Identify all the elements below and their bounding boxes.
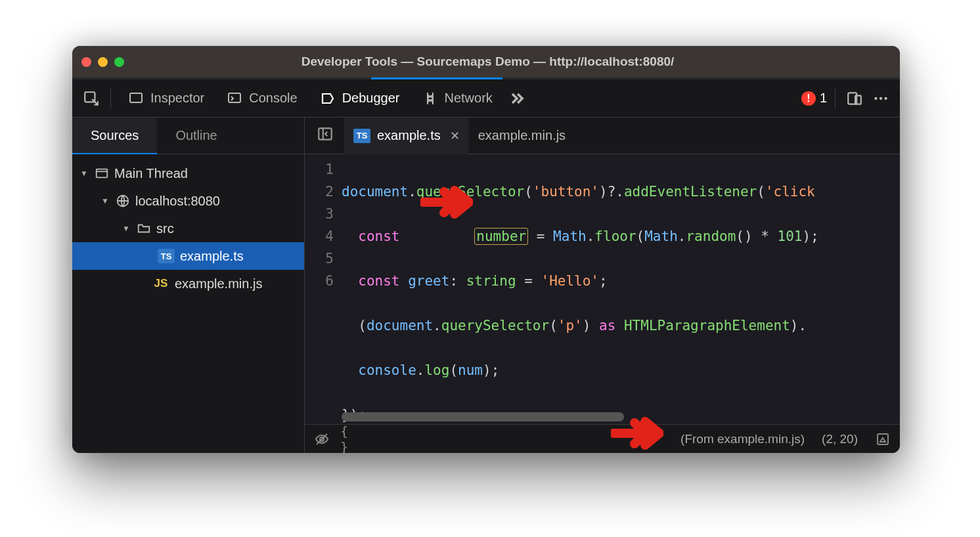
javascript-icon: JS: [152, 277, 169, 290]
typescript-icon: TS: [158, 249, 175, 263]
source-tree: ▼ Main Thread ▼ localhost:8080 ▼ src TS: [72, 154, 304, 303]
svg-rect-8: [97, 169, 108, 178]
svg-point-6: [880, 97, 882, 99]
close-icon[interactable]: [81, 57, 91, 67]
editor-footer: { } (From example.min.js) (2, 20): [305, 424, 900, 453]
tree-file-example-ts[interactable]: TS example.ts: [72, 242, 304, 270]
devtools-toolbar: Inspector Console Debugger Network ! 1: [72, 79, 900, 118]
tab-inspector[interactable]: Inspector: [119, 79, 213, 118]
tree-folder-src[interactable]: ▼ src: [72, 215, 304, 242]
traffic-lights: [81, 57, 124, 67]
tab-network[interactable]: Network: [413, 79, 502, 118]
debugger-main: Sources Outline ▼ Main Thread ▼ localhos…: [72, 118, 900, 453]
sidebar-tab-sources[interactable]: Sources: [72, 118, 157, 154]
maximize-icon[interactable]: [114, 57, 124, 67]
file-tab-example-ts[interactable]: TS example.ts ✕: [344, 118, 469, 154]
map-scopes-icon[interactable]: [874, 430, 892, 448]
svg-rect-1: [130, 93, 142, 102]
error-count-value: 1: [820, 91, 827, 106]
tree-label: Main Thread: [114, 166, 188, 181]
close-tab-icon[interactable]: ✕: [450, 129, 460, 143]
error-icon: !: [801, 91, 816, 106]
chevron-down-icon: ▼: [101, 196, 110, 205]
editor-tabs: TS example.ts ✕ example.min.js: [305, 118, 900, 154]
tab-label: Debugger: [342, 91, 400, 106]
overflow-tabs-icon[interactable]: [506, 87, 528, 110]
tab-label: Console: [249, 91, 297, 106]
horizontal-scrollbar[interactable]: [342, 412, 624, 421]
sidebar-tab-outline[interactable]: Outline: [157, 118, 235, 154]
tab-indicator: [72, 77, 900, 79]
globe-icon: [116, 194, 130, 208]
tree-host[interactable]: ▼ localhost:8080: [72, 187, 304, 215]
sidebar-tabs: Sources Outline: [72, 118, 304, 154]
window-title: Developer Tools — Sourcemaps Demo — http…: [124, 54, 851, 69]
tree-label: localhost:8080: [135, 194, 220, 209]
annotation-arrow-icon: [611, 415, 663, 452]
editor-area: TS example.ts ✕ example.min.js 1 2 3 4 5…: [305, 118, 900, 453]
minimize-icon[interactable]: [98, 57, 108, 67]
svg-point-7: [884, 97, 887, 99]
pretty-print-icon[interactable]: { }: [340, 430, 359, 448]
devtools-window: Developer Tools — Sourcemaps Demo — http…: [72, 46, 900, 453]
file-tab-label: example.ts: [377, 128, 441, 143]
tree-label: src: [156, 221, 174, 236]
chevron-down-icon: ▼: [80, 169, 89, 178]
svg-rect-2: [229, 93, 240, 102]
element-picker-icon[interactable]: [80, 87, 102, 110]
file-tab-label: example.min.js: [478, 128, 566, 143]
highlighted-token: number: [474, 228, 528, 245]
chevron-down-icon: ▼: [122, 224, 131, 233]
svg-rect-15: [878, 434, 888, 444]
annotation-arrow-icon: [420, 184, 473, 221]
tab-label: Inspector: [150, 91, 204, 106]
error-count[interactable]: ! 1: [801, 91, 827, 106]
window-icon: [95, 166, 109, 181]
blackbox-icon[interactable]: [313, 430, 331, 448]
line-gutter: 1 2 3 4 5 6: [305, 154, 342, 424]
svg-point-5: [874, 97, 877, 99]
kebab-menu-icon[interactable]: [870, 87, 892, 110]
sourcemap-origin: (From example.min.js): [680, 432, 805, 446]
file-tab-example-min-js[interactable]: example.min.js: [469, 118, 575, 154]
tree-label: example.ts: [180, 249, 244, 264]
tree-main-thread[interactable]: ▼ Main Thread: [72, 160, 304, 187]
tab-console[interactable]: Console: [217, 79, 306, 118]
folder-icon: [137, 221, 151, 236]
titlebar: Developer Tools — Sourcemaps Demo — http…: [72, 46, 900, 77]
code-editor[interactable]: 1 2 3 4 5 6 document.querySelector('butt…: [305, 154, 900, 424]
sources-sidebar: Sources Outline ▼ Main Thread ▼ localhos…: [72, 118, 305, 453]
tab-label: Network: [445, 91, 493, 106]
tree-label: example.min.js: [175, 276, 262, 291]
cursor-position: (2, 20): [822, 432, 858, 446]
tree-file-example-min-js[interactable]: JS example.min.js: [72, 270, 304, 297]
responsive-mode-icon[interactable]: [843, 87, 866, 110]
typescript-icon: TS: [353, 129, 370, 143]
toggle-sidebar-icon[interactable]: [317, 125, 338, 146]
tab-debugger[interactable]: Debugger: [311, 79, 409, 118]
